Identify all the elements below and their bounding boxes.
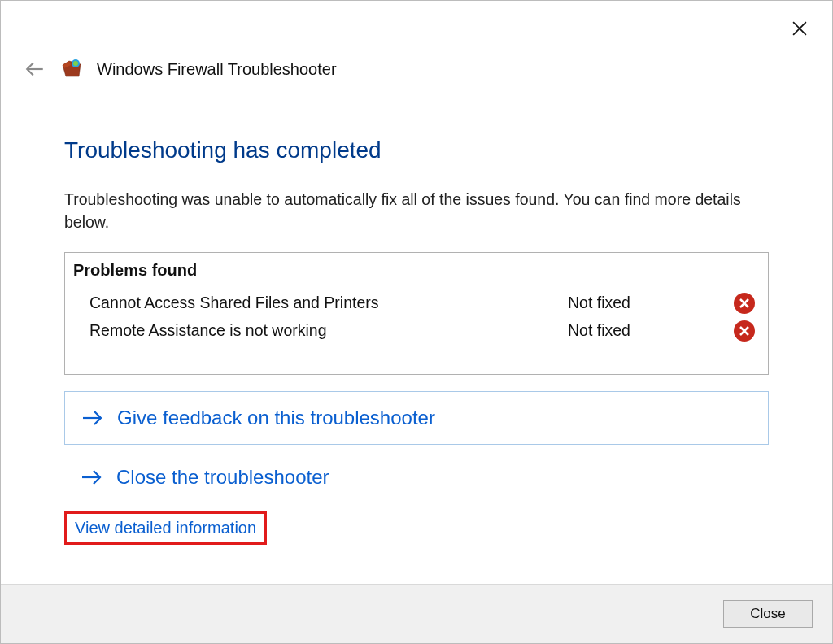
error-icon [734, 293, 755, 314]
problem-name: Cannot Access Shared Files and Printers [89, 294, 568, 312]
error-icon [734, 320, 755, 342]
problem-status-icon-wrap [731, 293, 755, 314]
give-feedback-label: Give feedback on this troubleshooter [117, 407, 435, 429]
page-heading: Troubleshooting has completed [64, 137, 769, 163]
firewall-icon [61, 59, 82, 80]
close-icon [792, 21, 807, 36]
close-troubleshooter-label: Close the troubleshooter [116, 466, 329, 489]
footer-bar: Close [1, 584, 832, 643]
give-feedback-link[interactable]: Give feedback on this troubleshooter [81, 407, 752, 429]
back-arrow-icon [24, 59, 46, 80]
content-area: Troubleshooting has completed Troublesho… [1, 80, 832, 584]
problem-status: Not fixed [568, 294, 731, 312]
window-title: Windows Firewall Troubleshooter [97, 60, 337, 79]
troubleshooter-window: Windows Firewall Troubleshooter Troubles… [0, 0, 833, 644]
back-button[interactable] [24, 58, 46, 80]
window-close-button[interactable] [787, 15, 813, 41]
problems-found-box: Problems found Cannot Access Shared File… [64, 252, 769, 375]
problem-status-icon-wrap [731, 320, 755, 342]
close-button[interactable]: Close [723, 600, 813, 628]
arrow-right-icon [81, 407, 104, 429]
header-row: Windows Firewall Troubleshooter [1, 1, 832, 80]
problem-status: Not fixed [568, 321, 731, 340]
feedback-option-box: Give feedback on this troubleshooter [64, 391, 769, 445]
problems-found-title: Problems found [73, 261, 760, 280]
arrow-right-icon [81, 466, 103, 489]
close-troubleshooter-link[interactable]: Close the troubleshooter [64, 466, 769, 489]
view-detailed-link[interactable]: View detailed information [64, 511, 267, 545]
problem-row[interactable]: Remote Assistance is not working Not fix… [73, 317, 760, 345]
page-description: Troubleshooting was unable to automatica… [64, 188, 769, 234]
problem-row[interactable]: Cannot Access Shared Files and Printers … [73, 289, 760, 317]
problem-name: Remote Assistance is not working [89, 321, 568, 340]
